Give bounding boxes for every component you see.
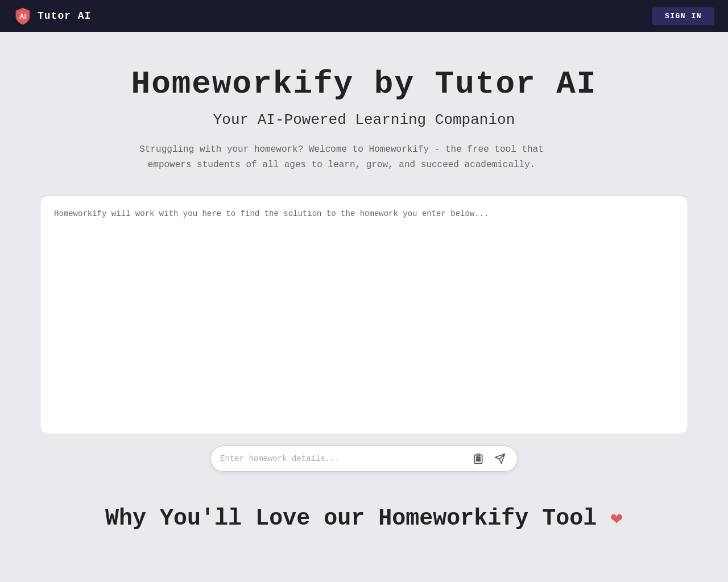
hero-description: Struggling with your homework? Welcome t… — [131, 142, 552, 173]
sign-in-button[interactable]: SIGN IN — [652, 7, 714, 25]
navbar: AI Tutor AI SIGN IN — [0, 0, 728, 32]
hero-title: Homeworkify by Tutor AI — [131, 66, 597, 102]
hero-subtitle: Your AI-Powered Learning Companion — [131, 111, 597, 128]
chat-placeholder: Homeworkify will work with you here to f… — [54, 209, 489, 218]
input-bar — [210, 446, 518, 472]
hero-section: Homeworkify by Tutor AI Your AI-Powered … — [131, 66, 597, 173]
why-title-text: Why You'll Love our Homeworkify Tool — [105, 506, 597, 531]
why-section: Why You'll Love our Homeworkify Tool ❤️ — [23, 506, 705, 531]
svg-rect-2 — [477, 459, 481, 459]
send-icon — [494, 453, 506, 464]
heart-icon: ❤️ — [610, 508, 623, 531]
clipboard-button[interactable] — [470, 451, 486, 467]
brand-name-text: Tutor AI — [38, 10, 91, 22]
svg-text:AI: AI — [19, 13, 26, 20]
brand-link[interactable]: AI Tutor AI — [14, 7, 91, 25]
chat-container: Homeworkify will work with you here to f… — [40, 196, 688, 434]
svg-rect-3 — [477, 460, 481, 461]
svg-rect-1 — [477, 454, 480, 456]
why-title: Why You'll Love our Homeworkify Tool ❤️ — [23, 506, 705, 531]
clipboard-icon — [473, 453, 484, 464]
svg-rect-4 — [477, 457, 481, 458]
homework-input[interactable] — [220, 454, 465, 463]
send-button[interactable] — [492, 451, 508, 467]
shield-icon: AI — [14, 7, 32, 25]
main-content: Homeworkify by Tutor AI Your AI-Powered … — [0, 32, 728, 554]
